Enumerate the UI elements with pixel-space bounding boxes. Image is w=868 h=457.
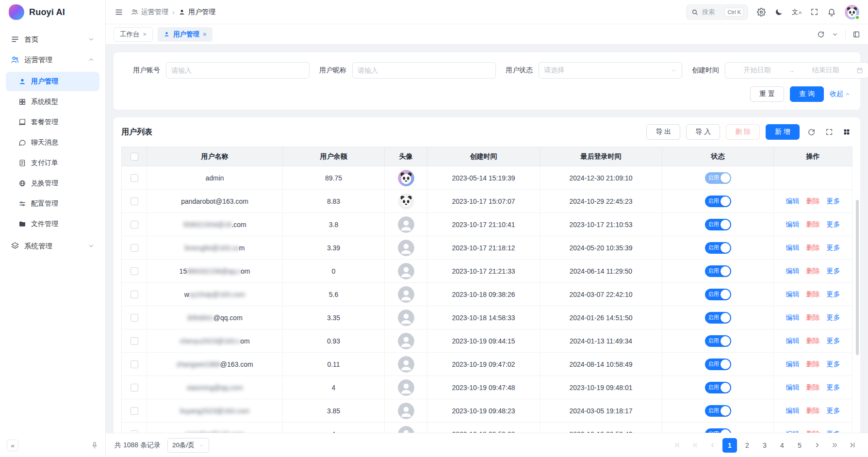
row-checkbox[interactable] — [131, 197, 138, 205]
add-button[interactable]: 新 增 — [766, 124, 800, 140]
page-button-2[interactable]: 2 — [740, 438, 754, 453]
status-toggle[interactable]: 启用 — [705, 428, 731, 433]
last-page-button[interactable] — [845, 438, 859, 453]
select-all-checkbox[interactable] — [131, 153, 138, 161]
delete-link[interactable]: 删除 — [806, 267, 820, 275]
row-checkbox[interactable] — [131, 291, 138, 298]
delete-link[interactable]: 删除 — [806, 337, 820, 344]
chevron-down-icon[interactable] — [832, 31, 838, 38]
page-button-5[interactable]: 5 — [792, 438, 807, 453]
page-button-1[interactable]: 1 — [722, 438, 737, 453]
date-range-picker[interactable]: 开始日期 → 结束日期 — [725, 62, 868, 79]
delete-link[interactable]: 删除 — [806, 290, 820, 298]
status-toggle[interactable]: 启用 — [705, 289, 731, 300]
sidebar-item-home[interactable]: 首页 — [6, 29, 99, 49]
more-link[interactable]: 更多 — [826, 407, 840, 414]
page-button-4[interactable]: 4 — [775, 438, 789, 453]
refresh-icon[interactable] — [817, 31, 825, 38]
hamburger-menu-icon[interactable] — [115, 8, 123, 16]
more-link[interactable]: 更多 — [826, 430, 840, 433]
jump-back-button[interactable] — [688, 438, 702, 453]
delete-button[interactable]: 删 除 — [726, 124, 760, 140]
edit-link[interactable]: 编辑 — [786, 220, 800, 228]
status-toggle[interactable]: 启用 — [705, 242, 731, 254]
delete-link[interactable]: 删除 — [806, 430, 820, 433]
sidebar-item-user-management[interactable]: 用户管理 — [6, 72, 99, 91]
edit-link[interactable]: 编辑 — [786, 267, 800, 275]
refresh-icon[interactable] — [805, 126, 818, 138]
search-button[interactable]: 查 询 — [790, 86, 824, 102]
more-link[interactable]: 更多 — [826, 220, 840, 228]
edit-link[interactable]: 编辑 — [786, 360, 800, 368]
reset-button[interactable]: 重 置 — [750, 86, 784, 102]
status-toggle[interactable]: 启用 — [705, 196, 731, 207]
status-toggle[interactable]: 启用 — [705, 382, 731, 393]
page-button-3[interactable]: 3 — [757, 438, 772, 453]
sidebar-item-file-management[interactable]: 文件管理 — [6, 214, 99, 234]
global-search[interactable]: 搜索 Ctrl K — [686, 4, 748, 20]
status-toggle[interactable]: 启用 — [705, 265, 731, 277]
tab-workbench[interactable]: 工作台 × — [114, 27, 153, 42]
delete-link[interactable]: 删除 — [806, 383, 820, 391]
row-checkbox[interactable] — [131, 407, 138, 415]
edit-link[interactable]: 编辑 — [786, 407, 800, 414]
more-link[interactable]: 更多 — [826, 337, 840, 344]
row-checkbox[interactable] — [131, 221, 138, 228]
pin-icon[interactable] — [91, 441, 98, 449]
edit-link[interactable]: 编辑 — [786, 197, 800, 205]
edit-link[interactable]: 编辑 — [786, 337, 800, 344]
row-checkbox[interactable] — [131, 337, 138, 345]
sidebar-item-system-management[interactable]: 系统管理 — [6, 236, 99, 256]
translate-icon[interactable]: 文A — [792, 9, 802, 15]
prev-page-button[interactable] — [705, 438, 720, 453]
edit-link[interactable]: 编辑 — [786, 383, 800, 391]
delete-link[interactable]: 删除 — [806, 360, 820, 368]
delete-link[interactable]: 删除 — [806, 197, 820, 205]
first-page-button[interactable] — [670, 438, 685, 453]
sidebar-item-package-management[interactable]: 套餐管理 — [6, 113, 99, 132]
bell-icon[interactable] — [827, 8, 836, 16]
layout-expand-icon[interactable] — [852, 31, 860, 38]
collapse-filter-link[interactable]: 收起 — [830, 90, 851, 98]
fullscreen-icon[interactable] — [823, 126, 835, 138]
delete-link[interactable]: 删除 — [806, 244, 820, 251]
nickname-input[interactable] — [352, 62, 496, 79]
row-checkbox[interactable] — [131, 244, 138, 252]
sidebar-item-config-management[interactable]: 配置管理 — [6, 194, 99, 213]
status-toggle[interactable]: 启用 — [705, 219, 731, 230]
delete-link[interactable]: 删除 — [806, 220, 820, 228]
status-select[interactable]: 请选择 — [539, 62, 682, 79]
fullscreen-icon[interactable] — [810, 8, 819, 16]
breadcrumb-item-operations[interactable]: 运营管理 — [131, 8, 168, 16]
status-toggle[interactable]: 启用 — [705, 172, 731, 184]
more-link[interactable]: 更多 — [826, 360, 840, 368]
row-checkbox[interactable] — [131, 430, 138, 433]
more-link[interactable]: 更多 — [826, 244, 840, 251]
status-toggle[interactable]: 启用 — [705, 312, 731, 324]
status-toggle[interactable]: 启用 — [705, 405, 731, 417]
export-button[interactable]: 导 出 — [646, 124, 680, 140]
edit-link[interactable]: 编辑 — [786, 290, 800, 298]
account-input[interactable] — [166, 62, 310, 79]
next-page-button[interactable] — [810, 438, 824, 453]
row-checkbox[interactable] — [131, 174, 138, 182]
more-link[interactable]: 更多 — [826, 267, 840, 275]
more-link[interactable]: 更多 — [826, 290, 840, 298]
sidebar-collapse-button[interactable]: « — [7, 440, 18, 451]
delete-link[interactable]: 删除 — [806, 313, 820, 321]
sidebar-item-system-model[interactable]: 系统模型 — [6, 92, 99, 112]
breadcrumb-item-user-management[interactable]: 用户管理 — [179, 8, 215, 16]
edit-link[interactable]: 编辑 — [786, 244, 800, 251]
sidebar-item-chat-messages[interactable]: 聊天消息 — [6, 133, 99, 152]
tab-user-management[interactable]: 用户管理 × — [158, 27, 213, 42]
more-link[interactable]: 更多 — [826, 197, 840, 205]
close-icon[interactable]: × — [143, 31, 147, 37]
column-settings-icon[interactable] — [841, 126, 852, 138]
delete-link[interactable]: 删除 — [806, 407, 820, 414]
sidebar-item-operations[interactable]: 运营管理 — [6, 49, 99, 70]
row-checkbox[interactable] — [131, 360, 138, 368]
user-avatar[interactable] — [845, 5, 859, 19]
row-checkbox[interactable] — [131, 384, 138, 392]
edit-link[interactable]: 编辑 — [786, 430, 800, 433]
page-size-select[interactable]: 20条/页 — [167, 438, 209, 453]
